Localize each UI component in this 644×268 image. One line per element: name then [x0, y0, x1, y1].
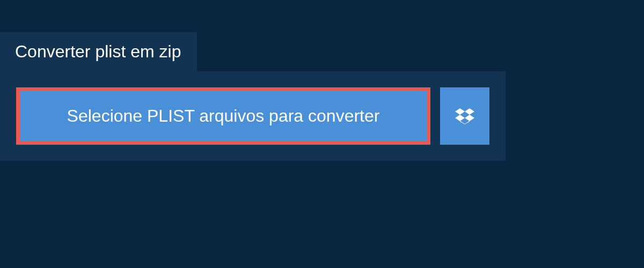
upload-panel: Selecione PLIST arquivos para converter — [0, 71, 506, 161]
dropbox-icon — [455, 107, 474, 126]
page-container: Converter plist em zip Selecione PLIST a… — [0, 0, 644, 161]
select-files-button[interactable]: Selecione PLIST arquivos para converter — [16, 87, 430, 145]
select-files-label: Selecione PLIST arquivos para converter — [67, 106, 380, 126]
button-row: Selecione PLIST arquivos para converter — [16, 87, 489, 145]
tab-converter[interactable]: Converter plist em zip — [0, 32, 197, 71]
dropbox-button[interactable] — [440, 87, 489, 145]
tab-container: Converter plist em zip — [0, 32, 644, 71]
tab-title: Converter plist em zip — [15, 42, 181, 61]
